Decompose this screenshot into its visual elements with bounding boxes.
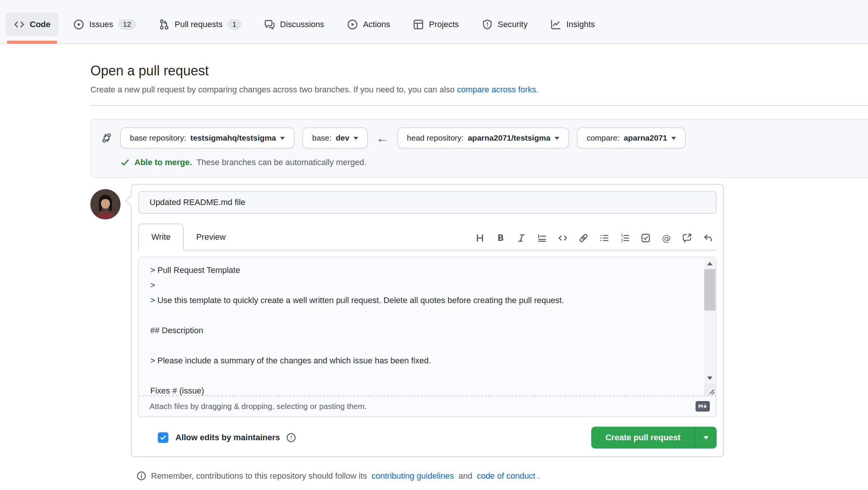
svg-text:2: 2 — [621, 238, 623, 243]
pr-composer: Write Preview B — [90, 184, 868, 457]
bold-icon[interactable]: B — [496, 233, 506, 243]
git-pull-request-icon — [159, 19, 170, 30]
pr-body-textarea[interactable]: > Pull Request Template > > Use this tem… — [139, 257, 716, 395]
svg-text:@: @ — [662, 233, 671, 243]
allow-edits-checkbox[interactable] — [158, 432, 168, 443]
base-repository-value: testsigmahq/testsigma — [190, 133, 276, 142]
tab-code[interactable]: Code — [5, 13, 59, 36]
info-icon — [136, 471, 146, 481]
chevron-down-icon — [703, 436, 709, 442]
base-repository-select[interactable]: base repository:testsigmahq/testsigma — [120, 127, 294, 149]
compare-branch-value: aparna2071 — [624, 133, 667, 142]
code-icon[interactable] — [558, 233, 568, 243]
head-repository-value: aparna2071/testsigma — [468, 133, 550, 142]
mention-icon[interactable]: @ — [661, 233, 671, 243]
tab-label: Security — [498, 20, 528, 29]
cross-reference-icon[interactable] — [682, 233, 692, 243]
pr-title-input[interactable] — [138, 191, 717, 214]
branch-range-bar: base repository:testsigmahq/testsigma ba… — [90, 119, 868, 178]
compare-across-forks-link[interactable]: compare across forks. — [457, 85, 538, 94]
scroll-down-button[interactable] — [704, 374, 715, 384]
reply-icon[interactable] — [703, 233, 713, 243]
head-repository-label: head repository: — [407, 133, 464, 142]
italic-icon[interactable] — [516, 233, 526, 243]
allow-edits-label: Allow edits by maintainers — [175, 433, 280, 443]
tab-counter: 1 — [227, 19, 241, 30]
composer-footer: Allow edits by maintainers ? Create pull… — [138, 427, 717, 450]
speech-caret — [125, 194, 132, 207]
tab-label: Pull requests — [175, 20, 223, 29]
create-pr-dropdown-button[interactable] — [695, 427, 717, 449]
base-repository-label: base repository: — [130, 133, 186, 142]
tab-label: Code — [30, 20, 50, 29]
chevron-down-icon — [555, 137, 559, 142]
tab-label: Discussions — [280, 20, 324, 29]
tab-insights[interactable]: Insights — [542, 13, 603, 36]
tab-issues[interactable]: Issues 12 — [65, 13, 144, 36]
markdown-toolbar: B — [475, 233, 717, 250]
base-branch-label: base: — [312, 133, 331, 142]
create-pr-button-group: Create pull request — [591, 427, 717, 449]
head-repository-select[interactable]: head repository:aparna2071/testsigma — [397, 127, 569, 149]
scroll-up-button[interactable] — [704, 258, 715, 268]
resize-grip[interactable] — [704, 384, 715, 395]
editor-tab-row: Write Preview B — [138, 224, 717, 251]
page-subtitle: Create a new pull request by comparing c… — [90, 85, 868, 95]
subtitle-text: Create a new pull request by comparing c… — [90, 85, 455, 94]
merge-status-bold: Able to merge. — [134, 158, 192, 167]
unordered-list-icon[interactable] — [599, 233, 609, 243]
create-pull-request-button[interactable]: Create pull request — [591, 427, 695, 449]
tab-counter: 12 — [118, 19, 136, 30]
compare-branch-label: compare: — [587, 133, 620, 142]
merge-status-text: These branches can be automatically merg… — [197, 158, 366, 167]
scrollbar-thumb[interactable] — [704, 269, 715, 311]
tab-projects[interactable]: Projects — [404, 13, 467, 36]
table-icon — [413, 19, 424, 30]
code-of-conduct-link[interactable]: code of conduct — [477, 471, 535, 481]
issue-opened-icon — [73, 19, 84, 30]
tab-label: Projects — [429, 20, 459, 29]
heading-icon[interactable] — [475, 233, 485, 243]
chevron-down-icon — [280, 137, 285, 142]
tab-label: Issues — [89, 20, 113, 29]
contribution-note: Remember, contributions to this reposito… — [136, 471, 868, 488]
tab-preview[interactable]: Preview — [184, 224, 238, 250]
textarea-scrollbar[interactable] — [704, 258, 715, 395]
note-period: . — [537, 471, 540, 481]
chevron-down-icon — [671, 137, 676, 142]
tab-label: Insights — [566, 20, 595, 29]
base-branch-select[interactable]: base:dev — [302, 127, 368, 149]
svg-text:1: 1 — [621, 233, 623, 237]
tab-pull-requests[interactable]: Pull requests 1 — [150, 13, 250, 36]
link-icon[interactable] — [578, 233, 589, 243]
question-icon[interactable]: ? — [286, 432, 296, 443]
contributing-guidelines-link[interactable]: contributing guidelines — [371, 471, 454, 481]
tab-discussions[interactable]: Discussions — [256, 13, 333, 36]
tab-actions[interactable]: Actions — [339, 13, 398, 36]
graph-icon — [550, 19, 561, 30]
quote-icon[interactable] — [537, 233, 547, 243]
tab-write[interactable]: Write — [138, 224, 184, 251]
markdown-editor: > Pull Request Template > > Use this tem… — [138, 257, 717, 417]
compare-branch-select[interactable]: compare:aparna2071 — [577, 127, 686, 149]
tab-label: Actions — [363, 20, 390, 29]
markdown-supported-icon[interactable] — [696, 401, 710, 412]
avatar — [90, 189, 121, 219]
arrow-left-icon: ← — [376, 132, 389, 144]
chevron-down-icon — [354, 137, 358, 142]
merge-status: Able to merge. These branches can be aut… — [120, 158, 861, 167]
shield-icon — [482, 19, 493, 30]
pr-body-area: > Pull Request Template > > Use this tem… — [138, 257, 717, 395]
page-title: Open a pull request — [90, 63, 868, 79]
note-text: Remember, contributions to this reposito… — [151, 471, 367, 481]
attach-files-area[interactable]: Attach files by dragging & dropping, sel… — [138, 395, 717, 417]
svg-text:B: B — [497, 233, 504, 243]
ordered-list-icon[interactable]: 12 — [620, 233, 630, 243]
svg-text:?: ? — [290, 434, 293, 441]
base-branch-value: dev — [336, 133, 349, 142]
play-circle-icon — [347, 19, 358, 30]
code-icon — [14, 19, 25, 30]
attach-hint: Attach files by dragging & dropping, sel… — [149, 402, 367, 411]
tasklist-icon[interactable] — [641, 233, 651, 243]
tab-security[interactable]: Security — [473, 13, 536, 36]
